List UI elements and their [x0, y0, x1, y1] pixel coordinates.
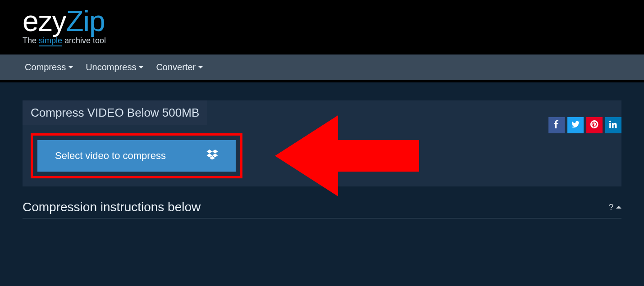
select-video-label: Select video to compress [55, 150, 166, 162]
caret-up-icon [616, 206, 621, 209]
pinterest-icon [590, 120, 598, 130]
nav-converter[interactable]: Converter [156, 62, 203, 73]
nav-uncompress[interactable]: Uncompress [86, 62, 143, 73]
pinterest-button[interactable] [586, 117, 603, 133]
arrow-annotation-icon [275, 115, 419, 198]
panel-title: Compress VIDEO Below 500MB [23, 100, 207, 125]
tagline: The simple archive tool [23, 36, 644, 46]
logo-part2: Zip [66, 5, 105, 38]
help-label: ? [609, 203, 613, 212]
highlight-annotation: Select video to compress [31, 133, 242, 178]
twitter-button[interactable] [567, 117, 584, 133]
nav-compress[interactable]: Compress [25, 62, 73, 73]
facebook-icon [553, 120, 561, 130]
caret-down-icon [69, 66, 73, 68]
nav-converter-label: Converter [156, 62, 196, 73]
twitter-icon [571, 120, 580, 130]
navbar: Compress Uncompress Converter [0, 54, 644, 80]
linkedin-button[interactable] [605, 117, 621, 133]
svg-marker-0 [275, 115, 419, 196]
help-toggle[interactable]: ? [609, 203, 621, 212]
select-video-button[interactable]: Select video to compress [37, 140, 236, 172]
instructions-title: Compression instructions below [23, 200, 201, 214]
tagline-highlight: simple [39, 36, 62, 46]
main-content: Compress VIDEO Below 500MB Select video … [0, 82, 644, 218]
tagline-prefix: The [23, 36, 39, 45]
panel-body: Select video to compress [23, 125, 621, 186]
compress-panel: Compress VIDEO Below 500MB Select video … [23, 100, 621, 186]
nav-uncompress-label: Uncompress [86, 62, 136, 73]
header: ezyZip The simple archive tool [0, 0, 644, 54]
linkedin-icon [609, 120, 617, 130]
tagline-suffix: archive tool [62, 36, 106, 45]
caret-down-icon [139, 66, 143, 68]
logo-part1: ezy [23, 5, 66, 38]
dropbox-icon[interactable] [206, 150, 218, 162]
facebook-button[interactable] [548, 117, 565, 133]
caret-down-icon [198, 66, 203, 68]
nav-compress-label: Compress [25, 62, 66, 73]
instructions-header[interactable]: Compression instructions below ? [23, 200, 621, 218]
logo[interactable]: ezyZip [23, 5, 644, 38]
social-buttons [548, 117, 621, 133]
